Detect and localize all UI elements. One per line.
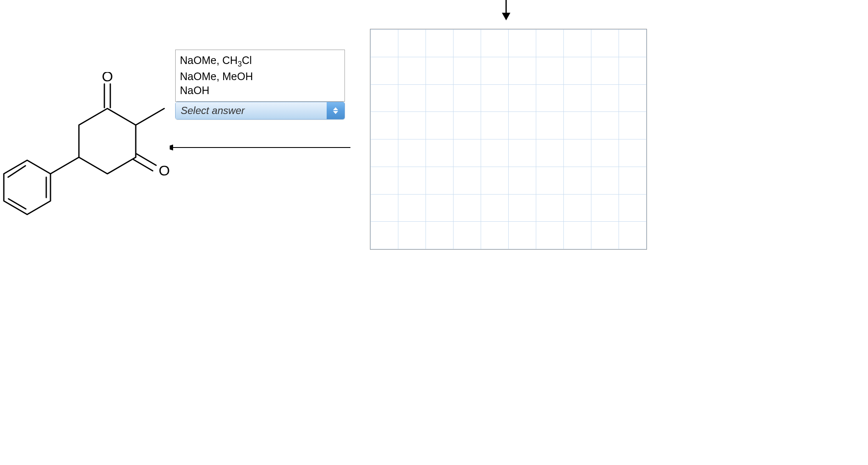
dropdown-placeholder: Select answer (176, 102, 327, 119)
option1-post: Cl (242, 54, 252, 66)
option1-sub: 3 (238, 60, 242, 68)
reaction-arrow-left-icon (164, 141, 350, 154)
option1-pre: NaOMe, CH (180, 54, 238, 66)
dropdown-option-3[interactable]: NaOH (180, 84, 340, 98)
reagent-dropdown-area: NaOMe, CH3Cl NaOMe, MeOH NaOH Select ans… (175, 50, 345, 120)
dropdown-select-button[interactable]: Select answer (175, 102, 345, 120)
svg-marker-1 (502, 13, 510, 20)
top-down-arrow-icon (498, 0, 515, 21)
grid-table (370, 29, 647, 249)
dropdown-arrows-icon (327, 102, 344, 119)
dropdown-options-list[interactable]: NaOMe, CH3Cl NaOMe, MeOH NaOH (175, 50, 345, 102)
svg-text:O: O (159, 162, 170, 178)
dropdown-option-1[interactable]: NaOMe, CH3Cl (180, 53, 340, 70)
dropdown-option-2[interactable]: NaOMe, MeOH (180, 70, 340, 84)
molecule-overlay: O O (0, 72, 170, 250)
drawing-grid-canvas[interactable] (370, 29, 647, 250)
svg-text:O: O (102, 72, 113, 84)
